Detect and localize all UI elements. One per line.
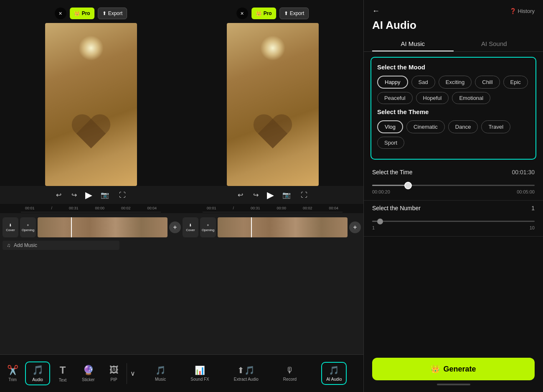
heart-graphic-1 (70, 115, 112, 153)
opening-button-1[interactable]: + Opening (20, 217, 36, 237)
theme-dance[interactable]: Dance (448, 120, 478, 133)
panel-header: ← ❓ History (364, 0, 543, 19)
redo-button-2[interactable]: ↪ (251, 189, 260, 201)
video-thumbnail-2 (227, 23, 319, 186)
fullscreen-button-1[interactable]: ⛶ (117, 190, 127, 201)
pip-tool[interactable]: 🖼 PIP (101, 365, 127, 382)
text-tool[interactable]: T Text (50, 364, 75, 382)
theme-vlog[interactable]: Vlog (377, 120, 403, 133)
mood-exciting[interactable]: Exciting (439, 76, 472, 89)
number-slider-container[interactable]: 1 10 (372, 216, 535, 232)
time-slider-container[interactable]: 00:00:20 00:05:00 (372, 180, 535, 196)
opening-button-2[interactable]: + Opening (200, 217, 216, 237)
mood-hopeful[interactable]: Hopeful (416, 92, 449, 104)
generate-button[interactable]: 👑 Generate (372, 358, 535, 380)
panel-tabs: AI Music AI Sound (364, 37, 543, 52)
music-bar[interactable]: ♫ Add Music (3, 241, 119, 250)
time-total-2: 00:31 (251, 206, 260, 210)
tab-ai-sound[interactable]: AI Sound (454, 37, 535, 51)
add-track-button-2[interactable]: + (349, 221, 361, 233)
redo-button-1[interactable]: ↪ (70, 189, 79, 201)
add-music-label: Add Music (14, 242, 37, 248)
mood-theme-section: Select the Mood Happy Sad Exciting Chill… (370, 57, 536, 160)
time-total-1: 00:31 (69, 206, 79, 210)
text-label: Text (59, 378, 66, 382)
theme-grid: Vlog Cinematic Dance Travel Sport (377, 120, 530, 149)
theme-travel[interactable]: Travel (481, 120, 510, 133)
back-button[interactable]: ← (372, 7, 380, 15)
export-button-2[interactable]: ⬆ Export (279, 8, 309, 19)
time-current-2: 00:01 (207, 206, 216, 210)
cover-button-2[interactable]: ⬇ Cover (183, 217, 198, 237)
undo-button-2[interactable]: ↩ (236, 189, 245, 201)
number-selector-section: Select the Number 1 1 10 (364, 201, 543, 237)
mood-happy[interactable]: Happy (377, 76, 408, 89)
add-track-button-1[interactable]: + (169, 221, 181, 233)
music-tool[interactable]: 🎵 Music (155, 365, 166, 382)
trim-tool[interactable]: ✂️ Trim (0, 365, 25, 382)
trim-icon: ✂️ (7, 365, 18, 376)
generate-crown-icon: 👑 (431, 364, 440, 374)
cover-button-1[interactable]: ⬇ Cover (3, 217, 18, 237)
expand-button[interactable]: ∨ (129, 368, 137, 379)
ai-audio-icon: 🎵 (329, 365, 339, 375)
pro-button-1[interactable]: 👑 Pro (70, 8, 94, 19)
video-thumbnail-1 (45, 23, 137, 186)
close-button-1[interactable]: × (55, 8, 66, 19)
export-button-1[interactable]: ⬆ Export (98, 8, 127, 19)
camera-off-button-2[interactable]: 📷 (281, 189, 292, 201)
mood-epic[interactable]: Epic (503, 76, 528, 89)
bottom-toolbar: ✂️ Trim 🎵 Audio T Text 🔮 Sticker 🖼 PIP ∨ (0, 354, 363, 392)
track-strip-2[interactable] (218, 217, 348, 237)
video-panel-1: × 👑 Pro ⬆ Export ↩ ↪ ▶ (0, 4, 182, 213)
generate-label: Generate (443, 365, 476, 374)
mood-chill[interactable]: Chill (475, 76, 500, 89)
time-selector-value: 00:01:30 (512, 169, 535, 176)
time-min-label: 00:00:20 (372, 189, 390, 194)
help-icon: ❓ (510, 8, 516, 14)
theme-sport[interactable]: Sport (377, 137, 404, 149)
play-button-1[interactable]: ▶ (85, 190, 92, 201)
time-max-label: 00:05:00 (517, 189, 535, 194)
scrollbar-hint (437, 384, 470, 385)
panel-title: AI Audio (364, 19, 543, 37)
playhead-1 (71, 217, 72, 237)
mood-sad[interactable]: Sad (411, 76, 435, 89)
mood-peaceful[interactable]: Peaceful (377, 92, 413, 104)
history-button[interactable]: ❓ History (510, 8, 535, 14)
timeline-track-1: ⬇ Cover + Opening + ⬇ Cover + Opening (0, 215, 363, 240)
tab-ai-music[interactable]: AI Music (372, 37, 454, 51)
mood-emotional[interactable]: Emotional (452, 92, 490, 104)
camera-off-button-1[interactable]: 📷 (99, 189, 111, 201)
time-selector-section: Select the Time 00:01:30 00:00:20 00:05:… (364, 165, 543, 201)
pro-button-2[interactable]: 👑 Pro (251, 8, 276, 19)
number-selector-header: Select the Number 1 (372, 205, 535, 211)
undo-button-1[interactable]: ↩ (54, 189, 63, 201)
audio-tool[interactable]: 🎵 Audio (25, 361, 50, 385)
playhead-2 (251, 217, 252, 237)
right-panel: ← ❓ History AI Audio AI Music AI Sound S… (363, 0, 543, 392)
sticker-icon: 🔮 (83, 365, 94, 376)
track-strip-1[interactable] (38, 217, 167, 237)
fullscreen-button-2[interactable]: ⛶ (299, 190, 309, 201)
generate-area: 👑 Generate (364, 351, 543, 392)
cover-icon-1: ⬇ (9, 223, 12, 227)
sticker-tool[interactable]: 🔮 Sticker (75, 365, 101, 382)
number-max-label: 10 (530, 225, 535, 230)
theme-cinematic[interactable]: Cinematic (406, 120, 445, 133)
time-slider-thumb[interactable] (404, 182, 412, 189)
record-tool[interactable]: 🎙 Record (283, 366, 297, 382)
ai-audio-tool[interactable]: 🎵 AI Audio (321, 362, 347, 385)
close-button-2[interactable]: × (236, 8, 248, 19)
music-note-icon: ♫ (7, 242, 10, 248)
upload-icon-1: ⬆ (102, 10, 107, 16)
time-selector-label: Select the Time (372, 169, 413, 176)
pip-label: PIP (111, 377, 117, 382)
pip-icon: 🖼 (109, 365, 119, 376)
sound-fx-tool[interactable]: 📊 Sound FX (190, 365, 209, 382)
extract-audio-tool[interactable]: ⬆🎵 Extract Audio (234, 365, 259, 382)
plus-icon-1: + (27, 223, 29, 227)
timeline-ruler-2: 00:01 / 00:31 00:00 00:02 00:04 (203, 204, 343, 212)
play-button-2[interactable]: ▶ (267, 190, 274, 201)
number-slider-thumb[interactable] (377, 219, 383, 224)
